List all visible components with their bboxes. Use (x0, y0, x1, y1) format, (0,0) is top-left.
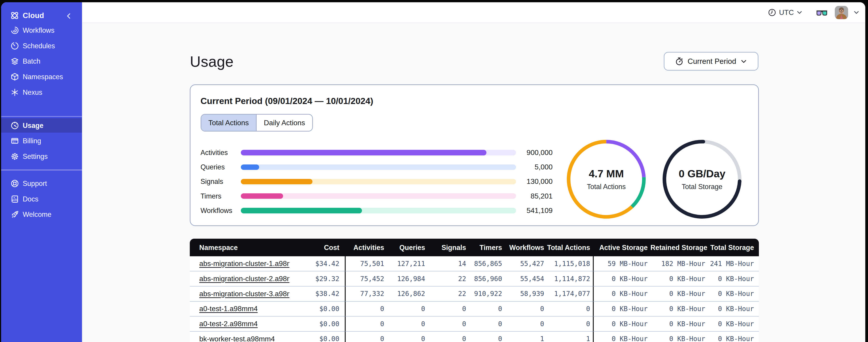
main-area: UTC (82, 2, 865, 342)
timezone-label: UTC (779, 8, 794, 17)
cell-workflows: 0 (505, 316, 547, 331)
sidebar-item-usage[interactable]: Usage (1, 118, 82, 133)
namespace-link[interactable]: abs-migration-cluster-3.a98mm4 (199, 290, 289, 298)
tab-daily-actions[interactable]: Daily Actions (256, 114, 312, 131)
bar-value: 5,000 (516, 163, 553, 171)
table-row: abs-migration-cluster-1.a98mm4$34.4275,5… (190, 256, 759, 271)
bar-fill (241, 208, 362, 213)
sidebar-item-label: Schedules (23, 42, 55, 50)
column-header-workflows: Workflows (505, 239, 547, 256)
chevron-down-icon (740, 58, 747, 65)
cell-timers: 856,865 (469, 256, 505, 271)
sidebar-item-welcome[interactable]: Welcome (1, 207, 82, 222)
cell-active-storage: 59 MB-Hour (593, 256, 650, 271)
column-header-active-storage: Active Storage (593, 239, 650, 256)
cell-retained-storage: 0 KB-Hour (650, 331, 708, 342)
cell-total-storage: 0 KB-Hour (708, 301, 759, 316)
sidebar-item-schedules[interactable]: Schedules (1, 38, 82, 54)
schedules-icon (11, 42, 19, 50)
sidebar-nav-help: SupportDocsWelcome (1, 176, 82, 223)
table-row: abs-migration-cluster-2.a98mm4$29.3275,4… (190, 271, 759, 286)
account-menu-chevron-icon[interactable] (853, 9, 860, 15)
sidebar-item-label: Settings (23, 152, 48, 161)
cell-total-storage: 0 KB-Hour (708, 331, 759, 342)
namespace-link[interactable]: a0-test-2.a98mm4 (199, 320, 257, 328)
sidebar-item-label: Docs (23, 195, 38, 203)
cell-timers: 910,922 (469, 286, 505, 301)
donut-value: 0 GB/Day (679, 168, 725, 180)
cell-signals: 22 (428, 286, 469, 301)
namespace-link[interactable]: abs-migration-cluster-1.a98mm4 (199, 260, 289, 268)
cell-queries: 0 (387, 301, 428, 316)
sidebar-item-workflows[interactable]: Workflows (1, 23, 82, 38)
cell-activities: 75,501 (345, 256, 387, 271)
nexus-icon (11, 88, 19, 97)
sidebar-item-label: Batch (23, 57, 40, 65)
cell-queries: 0 (387, 316, 428, 331)
cell-activities: 75,452 (345, 271, 387, 286)
period-selector-button[interactable]: Current Period (664, 52, 758, 71)
namespace-link[interactable]: bk-worker-test.a98mm4 (199, 335, 275, 342)
namespace-link[interactable]: abs-migration-cluster-2.a98mm4 (199, 275, 289, 283)
cell-total-storage: 241 MB-Hour (708, 256, 759, 271)
sidebar-item-settings[interactable]: Settings (1, 149, 82, 164)
cell-active-storage: 0 KB-Hour (593, 301, 650, 316)
bar-fill (241, 179, 312, 184)
cell-signals: 0 (428, 301, 469, 316)
cell-timers: 0 (469, 331, 505, 342)
column-header-activities: Activities (345, 239, 387, 256)
cell-retained-storage: 0 KB-Hour (650, 301, 708, 316)
sidebar-item-label: Nexus (23, 89, 42, 96)
cell-activities: 77,332 (345, 286, 387, 301)
stopwatch-icon (675, 57, 684, 66)
cell-total-storage: 0 KB-Hour (708, 286, 759, 301)
cell-cost: $38.42 (289, 286, 345, 301)
cell-retained-storage: 0 KB-Hour (650, 271, 708, 286)
bar-value: 130,000 (516, 177, 553, 186)
namespace-link[interactable]: a0-test-1.a98mm4 (199, 305, 257, 313)
sidebar-item-nexus[interactable]: Nexus (1, 84, 82, 100)
table-row: a0-test-2.a98mm4$0.000000000 KB-Hour0 KB… (190, 316, 759, 331)
cell-workflows: 58,939 (505, 286, 547, 301)
cell-active-storage: 0 KB-Hour (593, 286, 650, 301)
sidebar-item-billing[interactable]: Billing (1, 134, 82, 148)
actions-tabs: Total ActionsDaily Actions (200, 114, 313, 132)
sidebar-item-support[interactable]: Support (1, 176, 82, 191)
tab-total-actions[interactable]: Total Actions (201, 114, 256, 131)
sidebar: Cloud WorkflowsSchedulesBatchNamespacesN… (1, 2, 82, 342)
app-window: Cloud WorkflowsSchedulesBatchNamespacesN… (0, 0, 868, 342)
donut-label: Total Actions (587, 183, 626, 191)
cell-cost: $0.00 (289, 301, 345, 316)
sidebar-item-namespaces[interactable]: Namespaces (1, 69, 82, 84)
clock-icon (768, 8, 776, 17)
column-header-signals: Signals (428, 239, 469, 256)
table-row: a0-test-1.a98mm4$0.000000000 KB-Hour0 KB… (190, 301, 759, 316)
brand-label: Cloud (23, 11, 44, 20)
sidebar-collapse-icon[interactable] (65, 11, 72, 19)
bar-track (241, 208, 516, 213)
cell-signals: 0 (428, 316, 469, 331)
cell-total-actions: 1,174,077 (547, 286, 593, 301)
sidebar-item-docs[interactable]: Docs (1, 192, 82, 206)
sidebar-item-batch[interactable]: Batch (1, 54, 82, 69)
bar-value: 541,109 (516, 206, 553, 215)
sidebar-divider (1, 116, 82, 116)
avatar[interactable] (835, 6, 848, 19)
support-icon (11, 179, 19, 188)
bar-label: Signals (200, 177, 241, 185)
column-header-total-actions: Total Actions (547, 239, 593, 256)
bar-track (241, 179, 516, 184)
cell-timers: 0 (469, 316, 505, 331)
timezone-selector[interactable]: UTC (768, 8, 803, 17)
glasses-icon[interactable] (816, 8, 828, 17)
sidebar-item-label: Usage (23, 122, 43, 130)
column-header-cost: Cost (289, 239, 345, 256)
browser-viewport: Cloud WorkflowsSchedulesBatchNamespacesN… (1, 2, 865, 342)
cell-queries: 0 (387, 331, 428, 342)
page-content: Usage Current Period Current Period (09/… (82, 23, 865, 342)
usage-icon (11, 122, 19, 130)
page-title: Usage (190, 53, 234, 70)
welcome-icon (11, 210, 19, 218)
column-header-retained-storage: Retained Storage (650, 239, 708, 256)
cell-timers: 856,960 (469, 271, 505, 286)
